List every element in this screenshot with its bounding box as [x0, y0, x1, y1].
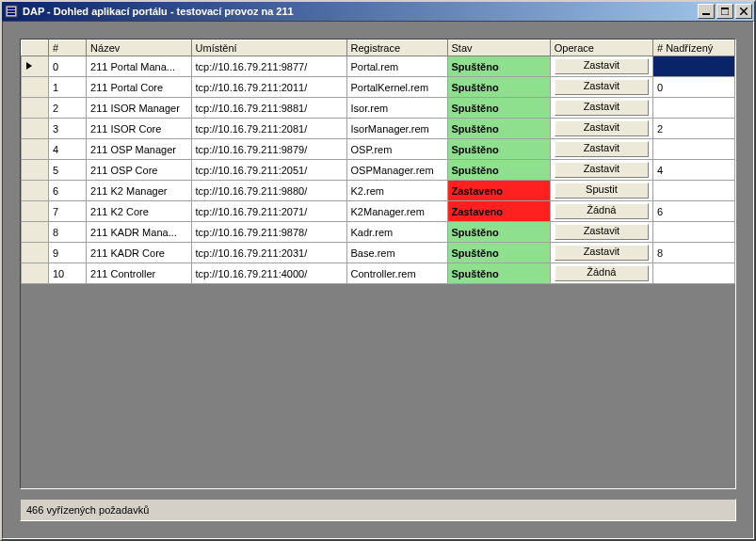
cell-supervisor[interactable] [653, 181, 735, 201]
cell-index[interactable]: 8 [48, 222, 86, 243]
cell-registration[interactable]: Portal.rem [346, 56, 447, 77]
col-registration[interactable]: Registrace [346, 40, 447, 56]
row-header[interactable] [22, 139, 49, 160]
cell-name[interactable]: 211 Portal Core [87, 77, 191, 98]
close-button[interactable] [735, 4, 752, 19]
cell-supervisor[interactable]: 0 [653, 77, 735, 98]
operation-button[interactable]: Žádná [555, 203, 649, 219]
cell-state[interactable]: Spuštěno [447, 56, 550, 77]
cell-registration[interactable]: K2Manager.rem [346, 201, 447, 222]
operation-button[interactable]: Zastavit [555, 100, 649, 116]
cell-supervisor[interactable]: 4 [653, 160, 735, 181]
col-index[interactable]: # [48, 40, 86, 56]
row-header[interactable] [22, 201, 49, 222]
cell-location[interactable]: tcp://10.16.79.211:2031/ [191, 243, 346, 263]
table-row[interactable]: 9211 KADR Coretcp://10.16.79.211:2031/Ba… [22, 243, 735, 263]
cell-state[interactable]: Spuštěno [447, 243, 550, 263]
row-selector-header[interactable] [22, 40, 49, 56]
cell-state[interactable]: Zastaveno [447, 201, 550, 222]
cell-state[interactable]: Spuštěno [447, 77, 550, 98]
operation-button[interactable]: Spustit [555, 183, 649, 199]
cell-supervisor[interactable]: 2 [653, 119, 735, 139]
cell-state[interactable]: Zastaveno [447, 181, 550, 201]
operation-button[interactable]: Zastavit [555, 162, 649, 178]
table-row[interactable]: 4211 OSP Managertcp://10.16.79.211:9879/… [22, 139, 735, 160]
minimize-button[interactable] [698, 4, 715, 19]
cell-location[interactable]: tcp://10.16.79.211:2051/ [191, 160, 346, 181]
operation-button[interactable]: Zastavit [555, 245, 649, 261]
col-name[interactable]: Název [87, 40, 191, 56]
table-row[interactable]: 5211 OSP Coretcp://10.16.79.211:2051/OSP… [22, 160, 735, 181]
titlebar[interactable]: DAP - Dohled aplikací portálu - testovac… [2, 2, 754, 21]
table-row[interactable]: 3211 ISOR Coretcp://10.16.79.211:2081/Is… [22, 119, 735, 139]
cell-location[interactable]: tcp://10.16.79.211:4000/ [191, 263, 346, 284]
cell-index[interactable]: 5 [48, 160, 86, 181]
row-header[interactable] [22, 119, 49, 139]
operation-button[interactable]: Zastavit [555, 141, 649, 157]
row-header[interactable] [22, 263, 49, 284]
cell-name[interactable]: 211 Controller [87, 263, 191, 284]
table-row[interactable]: 7211 K2 Coretcp://10.16.79.211:2071/K2Ma… [22, 201, 735, 222]
col-location[interactable]: Umístění [191, 40, 346, 56]
row-header[interactable] [22, 160, 49, 181]
row-header[interactable] [22, 56, 49, 77]
operation-button[interactable]: Zastavit [555, 120, 649, 136]
col-state[interactable]: Stav [447, 40, 550, 56]
cell-state[interactable]: Spuštěno [447, 119, 550, 139]
cell-state[interactable]: Spuštěno [447, 222, 550, 243]
cell-name[interactable]: 211 KADR Core [87, 243, 191, 263]
row-header[interactable] [22, 77, 49, 98]
operation-button[interactable]: Žádná [555, 265, 649, 281]
operation-button[interactable]: Zastavit [555, 224, 649, 240]
cell-name[interactable]: 211 ISOR Manager [87, 98, 191, 119]
cell-location[interactable]: tcp://10.16.79.211:9881/ [191, 98, 346, 119]
cell-state[interactable]: Spuštěno [447, 160, 550, 181]
cell-registration[interactable]: OSP.rem [346, 139, 447, 160]
cell-state[interactable]: Spuštěno [447, 98, 550, 119]
cell-name[interactable]: 211 K2 Core [87, 201, 191, 222]
col-supervisor[interactable]: # Nadřízený [653, 40, 735, 56]
cell-location[interactable]: tcp://10.16.79.211:9878/ [191, 222, 346, 243]
cell-supervisor[interactable] [653, 263, 735, 284]
cell-registration[interactable]: IsorManager.rem [346, 119, 447, 139]
cell-state[interactable]: Spuštěno [447, 263, 550, 284]
cell-supervisor[interactable] [653, 139, 735, 160]
row-header[interactable] [22, 243, 49, 263]
cell-name[interactable]: 211 KADR Mana... [87, 222, 191, 243]
cell-registration[interactable]: PortalKernel.rem [346, 77, 447, 98]
cell-name[interactable]: 211 ISOR Core [87, 119, 191, 139]
cell-name[interactable]: 211 K2 Manager [87, 181, 191, 201]
cell-index[interactable]: 10 [48, 263, 86, 284]
operation-button[interactable]: Zastavit [555, 58, 649, 74]
table-row[interactable]: 1211 Portal Coretcp://10.16.79.211:2011/… [22, 77, 735, 98]
table-row[interactable]: 10211 Controllertcp://10.16.79.211:4000/… [22, 263, 735, 284]
cell-location[interactable]: tcp://10.16.79.211:9877/ [191, 56, 346, 77]
cell-location[interactable]: tcp://10.16.79.211:9879/ [191, 139, 346, 160]
cell-registration[interactable]: OSPManager.rem [346, 160, 447, 181]
table-row[interactable]: 6211 K2 Managertcp://10.16.79.211:9880/K… [22, 181, 735, 201]
cell-name[interactable]: 211 Portal Mana... [87, 56, 191, 77]
cell-name[interactable]: 211 OSP Manager [87, 139, 191, 160]
table-row[interactable]: 0211 Portal Mana...tcp://10.16.79.211:98… [22, 56, 735, 77]
cell-index[interactable]: 7 [48, 201, 86, 222]
cell-supervisor[interactable] [653, 98, 735, 119]
cell-registration[interactable]: Controller.rem [346, 263, 447, 284]
row-header[interactable] [22, 181, 49, 201]
cell-state[interactable]: Spuštěno [447, 139, 550, 160]
data-grid[interactable]: # Název Umístění Registrace Stav Operace… [20, 39, 736, 489]
cell-index[interactable]: 9 [48, 243, 86, 263]
table-row[interactable]: 2211 ISOR Managertcp://10.16.79.211:9881… [22, 98, 735, 119]
cell-index[interactable]: 2 [48, 98, 86, 119]
cell-index[interactable]: 1 [48, 77, 86, 98]
row-header[interactable] [22, 98, 49, 119]
cell-name[interactable]: 211 OSP Core [87, 160, 191, 181]
cell-index[interactable]: 6 [48, 181, 86, 201]
cell-location[interactable]: tcp://10.16.79.211:2071/ [191, 201, 346, 222]
cell-registration[interactable]: K2.rem [346, 181, 447, 201]
maximize-button[interactable] [716, 4, 733, 19]
operation-button[interactable]: Zastavit [555, 79, 649, 95]
cell-location[interactable]: tcp://10.16.79.211:2081/ [191, 119, 346, 139]
col-operation[interactable]: Operace [550, 40, 652, 56]
cell-supervisor[interactable]: 8 [653, 243, 735, 263]
cell-location[interactable]: tcp://10.16.79.211:9880/ [191, 181, 346, 201]
